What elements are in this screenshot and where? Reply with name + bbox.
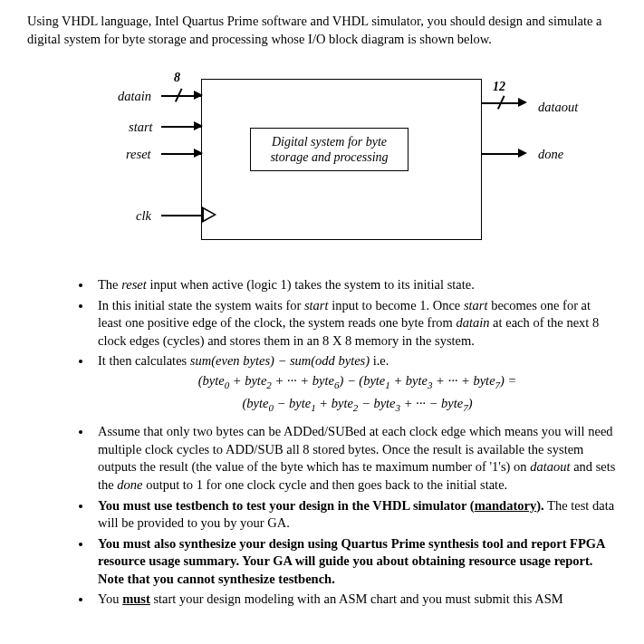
clk-triangle-icon	[202, 207, 216, 223]
eq2-e: + ··· − byte	[400, 396, 463, 410]
line-clk	[161, 215, 201, 216]
b7-b: start your design modeling with an ASM c…	[150, 591, 563, 606]
eq1-g: ) =	[500, 373, 516, 388]
eq1-b: + byte	[229, 373, 266, 388]
b4-c: output to 1 for one clock cycle and then…	[143, 477, 508, 492]
label-datain: datain	[118, 88, 151, 106]
b1-reset: reset	[121, 277, 147, 292]
b4-done: done	[117, 477, 142, 492]
bullet-4: Assume that only two bytes can be ADDed/…	[92, 423, 617, 494]
b3-pre: It then calculates	[98, 353, 190, 368]
bullet-7: You must start your design modeling with…	[92, 591, 617, 609]
eq1-d: ) − (byte	[339, 373, 385, 388]
b1-pre: The	[98, 277, 121, 292]
bullet-2: In this initial state the system waits f…	[92, 297, 617, 351]
eq1-e: + byte	[390, 373, 428, 388]
bus-width-in: 8	[174, 70, 180, 87]
label-done: done	[538, 146, 563, 164]
b1-post: input when active (logic 1) takes the sy…	[147, 277, 475, 292]
arrow-dataout	[518, 98, 527, 107]
inner-box-line2: storage and processing	[270, 149, 388, 166]
label-reset: reset	[126, 146, 151, 164]
eq2-d: − byte	[358, 396, 395, 410]
b2-start2: start	[464, 298, 488, 312]
b3-expr: sum(even bytes) − sum(odd bytes)	[190, 353, 370, 368]
equation-2: (byte0 − byte1 + byte2 − byte3 + ··· − b…	[98, 393, 617, 416]
label-clk: clk	[136, 207, 151, 226]
bullet-list: The reset input when active (logic 1) ta…	[27, 276, 617, 609]
bullet-3: It then calculates sum(even bytes) − sum…	[92, 352, 617, 416]
eq2-f: )	[468, 396, 473, 410]
eq2-b: − byte	[274, 396, 311, 410]
intro-paragraph: Using VHDL language, Intel Quartus Prime…	[27, 13, 617, 48]
bullet-1: The reset input when active (logic 1) ta…	[92, 276, 617, 294]
b3-ie: i.e.	[370, 353, 389, 368]
line-done	[482, 153, 522, 155]
bus-width-out: 12	[493, 79, 505, 96]
eq2-c: + byte	[316, 396, 353, 410]
arrow-start	[194, 121, 203, 130]
label-dataout: dataout	[538, 99, 578, 117]
arrow-datain	[194, 91, 203, 100]
b5-a: You must use testbench to test your desi…	[98, 498, 475, 513]
block-diagram: Digital system for byte storage and proc…	[67, 64, 538, 260]
equation-1: (byte0 + byte2 + ··· + byte6) − (byte1 +…	[98, 370, 617, 393]
b2-a: In this initial state the system waits f…	[98, 298, 304, 312]
arrow-reset	[194, 149, 203, 158]
inner-box-line1: Digital system for byte	[272, 134, 387, 150]
eq1-f: + ··· + byte	[432, 373, 495, 388]
slash-datain	[172, 89, 185, 101]
arrow-done	[518, 149, 527, 158]
label-start: start	[129, 119, 153, 137]
b7-must: must	[122, 591, 150, 606]
eq2-a: (byte	[243, 396, 269, 410]
b4-dataout: dataout	[530, 459, 570, 474]
eq1-c: + ··· + byte	[272, 373, 334, 388]
b5-mand: mandatory	[475, 498, 536, 513]
b2-start1: start	[304, 298, 329, 312]
b7-a: You	[98, 591, 122, 606]
eq1-a: (byte	[198, 373, 225, 388]
bullet-6: You must also synthesize your design usi…	[92, 535, 617, 589]
b2-b: input to become 1. Once	[329, 298, 464, 312]
b2-datain: datain	[456, 315, 489, 330]
inner-box: Digital system for byte storage and proc…	[250, 128, 409, 171]
slash-dataout	[495, 96, 507, 109]
bullet-5: You must use testbench to test your desi…	[92, 497, 617, 533]
b5-b: ).	[536, 498, 543, 513]
